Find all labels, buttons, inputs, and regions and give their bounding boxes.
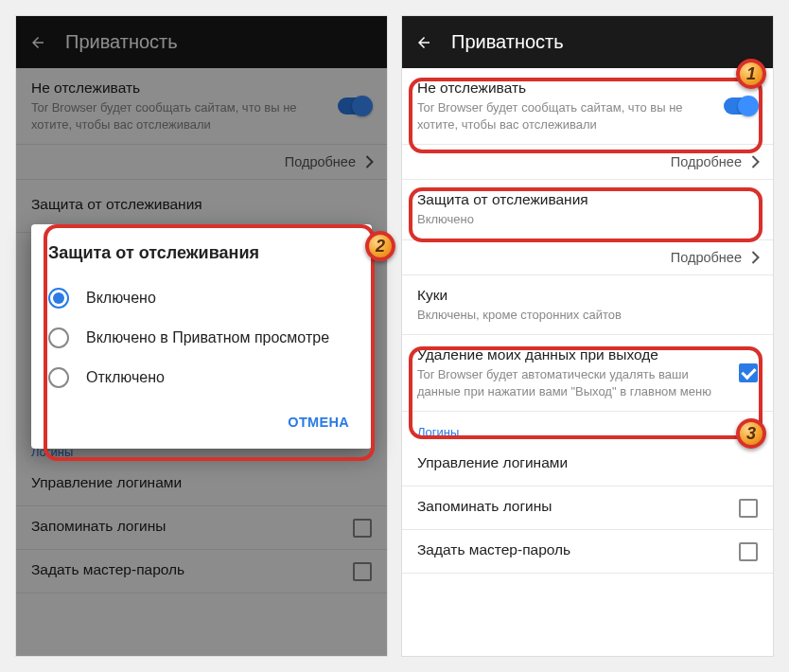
back-icon[interactable]	[415, 34, 432, 51]
master-password-row[interactable]: Задать мастер-пароль	[402, 530, 773, 574]
clear-on-exit-sub: Tor Browser будет автоматически удалять …	[417, 366, 728, 399]
radio-enabled[interactable]: Включено	[48, 278, 355, 318]
radio-label: Включено в Приватном просмотре	[86, 328, 329, 347]
cookies-sub: Включены, кроме сторонних сайтов	[417, 307, 758, 324]
master-password-checkbox[interactable]	[739, 542, 758, 561]
dnt-sub: Tor Browser будет сообщать сайтам, что в…	[417, 99, 712, 133]
dnt-more[interactable]: Подробнее	[402, 145, 773, 180]
cookies-title: Куки	[417, 287, 758, 304]
clear-on-exit-title: Удаление моих данных при выходе	[417, 346, 728, 363]
chevron-right-icon	[751, 155, 760, 168]
radio-disabled[interactable]: Отключено	[48, 358, 355, 398]
dnt-toggle[interactable]	[724, 97, 758, 115]
logins-heading: Логины	[402, 412, 773, 443]
app-header: Приватность	[402, 16, 773, 68]
dnt-row[interactable]: Не отслеживать Tor Browser будет сообщат…	[402, 68, 773, 145]
radio-private[interactable]: Включено в Приватном просмотре	[48, 318, 355, 358]
right-screen: Приватность Не отслеживать Tor Browser б…	[401, 15, 774, 657]
tracking-row[interactable]: Защита от отслеживания Включено	[402, 180, 773, 240]
more-label: Подробнее	[671, 154, 742, 169]
more-label: Подробнее	[671, 250, 742, 265]
clear-on-exit-checkbox[interactable]	[739, 363, 758, 382]
tracking-sub: Включено	[417, 211, 758, 228]
modal-overlay[interactable]: Защита от отслеживания Включено Включено…	[16, 16, 387, 656]
left-screen: Приватность Не отслеживать Tor Browser б…	[15, 15, 388, 657]
badge-2: 2	[365, 231, 395, 261]
badge-3: 3	[736, 418, 766, 449]
radio-icon	[48, 327, 69, 348]
tracking-dialog: Защита от отслеживания Включено Включено…	[31, 224, 372, 449]
radio-label: Отключено	[86, 368, 165, 387]
remember-logins-label: Запоминать логины	[417, 498, 552, 515]
dnt-title: Не отслеживать	[417, 80, 712, 97]
content-area: Не отслеживать Tor Browser будет сообщат…	[402, 68, 773, 656]
remember-logins-checkbox[interactable]	[739, 499, 758, 518]
badge-1: 1	[736, 59, 766, 89]
radio-label: Включено	[86, 289, 156, 308]
cancel-button[interactable]: ОТМЕНА	[282, 407, 355, 437]
remember-logins-row[interactable]: Запоминать логины	[402, 486, 773, 530]
clear-on-exit-row[interactable]: Удаление моих данных при выходе Tor Brow…	[402, 335, 773, 412]
tracking-title: Защита от отслеживания	[417, 191, 758, 208]
tracking-more[interactable]: Подробнее	[402, 240, 773, 275]
chevron-right-icon	[751, 251, 760, 264]
dialog-title: Защита от отслеживания	[48, 243, 355, 263]
page-title: Приватность	[451, 31, 564, 53]
manage-logins-label: Управление логинами	[417, 454, 568, 471]
manage-logins-row[interactable]: Управление логинами	[402, 443, 773, 486]
cookies-row[interactable]: Куки Включены, кроме сторонних сайтов	[402, 275, 773, 336]
master-password-label: Задать мастер-пароль	[417, 541, 570, 558]
radio-icon	[48, 288, 69, 309]
radio-icon	[48, 367, 69, 388]
